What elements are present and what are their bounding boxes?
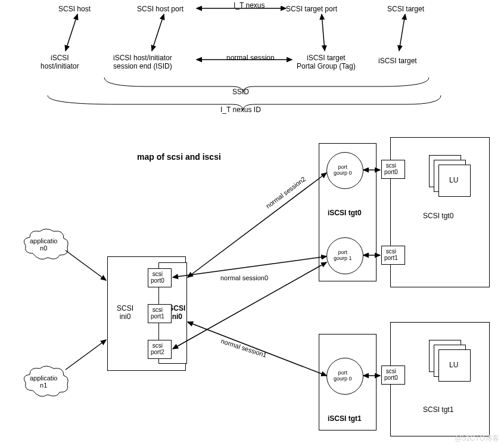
scsi-ini0-port2-label: scsi port2	[151, 342, 164, 355]
tgt0-scsi-port0-label: scsi port0	[384, 162, 398, 175]
iscsi-tgt1-label: iSCSI tgt1	[328, 414, 362, 423]
svg-line-6	[66, 250, 106, 280]
svg-text:normal session0: normal session0	[220, 274, 268, 281]
tgt1-pg0-label: port gourp 0	[334, 370, 352, 382]
scsi-host-port-label: SCSI host port	[137, 5, 183, 13]
application0-cloud: applicatio n0	[21, 227, 71, 264]
svg-line-1	[152, 14, 164, 51]
svg-line-11	[173, 262, 326, 349]
svg-text:normal session2: normal session2	[265, 175, 307, 210]
scsi-tgt0-label: SCSI tgt0	[423, 212, 453, 220]
tgt0-lu-label: LU	[449, 176, 458, 184]
svg-line-3	[399, 14, 405, 51]
normal-session-label: normal session	[226, 54, 275, 62]
scsi-ini0-port0-label: scsi port0	[151, 271, 164, 284]
it-nexus-id-label: I_T nexus ID	[220, 106, 261, 114]
application1-cloud: applicatio n1	[21, 364, 71, 401]
svg-line-8	[188, 173, 326, 277]
ssid-label: SSID	[232, 88, 249, 96]
scsi-host-label: SCSI host	[58, 5, 91, 13]
watermark: @51CTO博客	[455, 433, 499, 444]
it-nexus-label: I_T nexus	[234, 1, 265, 10]
tgt0-pg0-label: port gourp 0	[334, 164, 352, 176]
diagram-title: map of scsi and iscsi	[137, 152, 221, 162]
tgt0-scsi-port1-label: scsi port1	[384, 248, 398, 261]
iscsi-target-label: iSCSI target	[378, 57, 417, 65]
svg-line-0	[66, 14, 77, 51]
iscsi-host-session-end-label: iSCSI host/initiator session end (ISID)	[113, 54, 172, 70]
svg-line-2	[322, 14, 325, 51]
iscsi-host-initiator-label: iSCSI host/initiator	[41, 54, 79, 70]
iscsi-target-pg-label: iSCSI target Portal Group (Tag)	[297, 54, 356, 70]
application1-label: applicatio n1	[30, 374, 57, 389]
scsi-target-port-label: SCSI target port	[286, 5, 337, 13]
svg-text:normal session1: normal session1	[220, 337, 267, 358]
scsi-target-label: SCSI target	[387, 5, 424, 13]
tgt1-lu-label: LU	[449, 361, 458, 369]
application0-label: applicatio n0	[30, 237, 57, 252]
svg-line-9	[173, 256, 326, 277]
iscsi-tgt0-label: iSCSI tgt0	[328, 209, 362, 217]
scsi-ini0-port1-label: scsi port1	[151, 306, 164, 320]
tgt0-pg1-label: port gourp 1	[334, 249, 352, 261]
svg-line-10	[188, 322, 326, 376]
scsi-ini0-label: SCSI ini0	[117, 304, 133, 321]
scsi-tgt1-label: SCSI tgt1	[423, 405, 453, 414]
svg-line-7	[66, 340, 106, 370]
tgt1-scsi-port0-label: scsi port0	[384, 368, 398, 381]
